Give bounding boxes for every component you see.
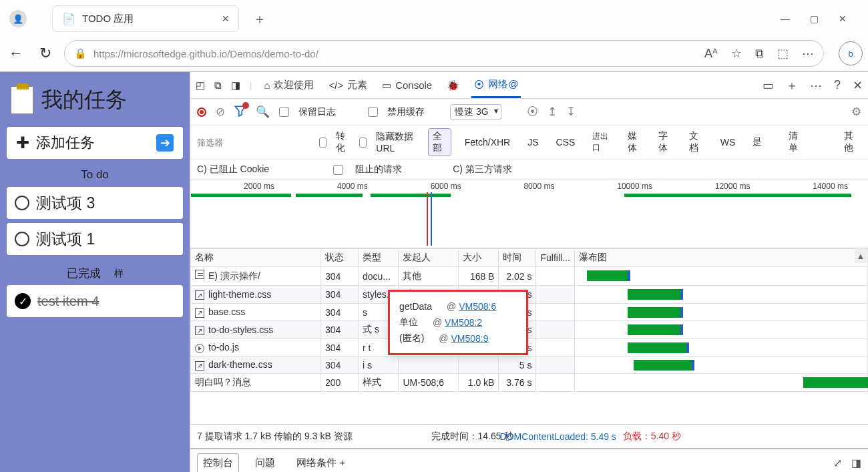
filter-ws[interactable]: WS	[716, 136, 740, 149]
col-initiator[interactable]: 发起人	[399, 249, 459, 267]
submit-task-button[interactable]: ➔	[156, 134, 174, 152]
import-har-icon[interactable]: ↥	[548, 105, 557, 119]
help-icon[interactable]: ?	[834, 78, 841, 92]
more-icon[interactable]: ⋯	[802, 46, 814, 61]
dock-side-icon[interactable]: ◨	[231, 79, 240, 91]
add-task-input[interactable]: ✚ 添加任务 ➔	[7, 127, 183, 159]
bing-chat-icon[interactable]: b	[839, 41, 863, 65]
drawer-tab-network-conditions[interactable]: 网络条件 +	[291, 454, 351, 472]
inspect-element-icon[interactable]: ◰	[196, 79, 205, 91]
table-row[interactable]: ↗base.css304s5 s	[191, 304, 868, 321]
filter-all[interactable]: 全部	[428, 128, 451, 156]
col-size[interactable]: 大小	[459, 249, 499, 267]
col-time[interactable]: 时间	[499, 249, 536, 267]
checkbox-empty-icon[interactable]	[15, 196, 29, 210]
col-status[interactable]: 状态	[321, 249, 359, 267]
back-button-icon[interactable]: ←	[5, 43, 27, 64]
close-window-icon[interactable]: ✕	[839, 13, 847, 24]
filter-font[interactable]: 字体	[654, 129, 676, 156]
done-section-text: 已完成	[67, 266, 101, 281]
tab-bug-icon[interactable]: 🐞	[444, 72, 462, 98]
table-row[interactable]: ↗light-theme.css304styles...(索引)120 B2.0…	[191, 286, 868, 304]
tab-console[interactable]: ▭Console	[379, 72, 435, 98]
tab-welcome[interactable]: ⌂欢迎使用	[261, 72, 316, 98]
col-fulfill[interactable]: Fulfill...	[536, 249, 575, 267]
read-aloud-icon[interactable]: Aᴬ	[704, 46, 718, 61]
clear-icon[interactable]: ⊘	[216, 105, 225, 119]
minimize-icon[interactable]: —	[781, 13, 790, 24]
task-item[interactable]: 测试项 1	[7, 223, 183, 255]
new-tab-button[interactable]: ＋	[250, 9, 270, 29]
filter-js[interactable]: JS	[523, 136, 542, 149]
stack-link[interactable]: VM508:2	[445, 317, 482, 328]
col-type[interactable]: 类型	[359, 249, 399, 267]
record-icon[interactable]	[197, 107, 206, 117]
col-waterfall[interactable]: 瀑布图	[575, 249, 868, 267]
table-row[interactable]: 明白吗？消息200样式UM-508;61.0 kB3.76 s	[191, 374, 868, 392]
table-row[interactable]: ↗dark-theme.css304i s5 s	[191, 357, 868, 374]
tab-elements[interactable]: </>元素	[326, 72, 370, 98]
hide-data-url-checkbox[interactable]	[359, 138, 367, 148]
todo-section-label: To do	[7, 159, 183, 187]
network-settings-icon[interactable]: ⚙	[851, 105, 861, 119]
tab-close-icon[interactable]: ×	[222, 12, 229, 26]
tab-strip: 👤 📄 TODO 应用 × ＋ — ▢ ✕	[0, 0, 868, 37]
refresh-button-icon[interactable]: ↻	[35, 43, 56, 64]
favorite-icon[interactable]: ☆	[731, 46, 742, 61]
col-name[interactable]: 名称	[191, 249, 321, 267]
task-label: test item 4	[37, 294, 99, 309]
export-har-icon[interactable]: ↧	[566, 105, 576, 119]
filter-import[interactable]: 进出口	[588, 130, 614, 155]
filter-is[interactable]: 是	[748, 135, 766, 150]
completed-task-item[interactable]: ✓ test item 4	[7, 285, 183, 317]
maximize-icon[interactable]: ▢	[810, 13, 819, 24]
console-icon: ▭	[382, 79, 391, 91]
close-devtools-icon[interactable]: ✕	[853, 78, 863, 93]
filter-media[interactable]: 媒体	[624, 129, 645, 156]
task-item[interactable]: 测试项 3	[7, 187, 183, 219]
more-tools-icon[interactable]: ⋯	[810, 78, 822, 93]
table-row[interactable]: ↗to-do-styles.css304式 s5 s	[191, 321, 868, 339]
table-row[interactable]: E) 演示操作/304docu...其他168 B2.02 s	[191, 267, 868, 286]
browser-tab[interactable]: 📄 TODO 应用 ×	[52, 5, 239, 32]
drawer-tab-console[interactable]: 控制台	[197, 453, 239, 472]
scroll-up-icon[interactable]: ▲	[855, 248, 867, 263]
filter-funnel-icon[interactable]	[234, 105, 246, 119]
device-toolbar-icon[interactable]: ⧉	[214, 79, 222, 91]
tick: 2000 ms	[244, 182, 274, 191]
filter-css[interactable]: CSS	[552, 136, 580, 149]
blocked-requests-checkbox[interactable]	[333, 165, 343, 175]
checkbox-empty-icon[interactable]	[15, 232, 29, 246]
stack-link[interactable]: VM508:9	[451, 333, 488, 344]
profile-avatar-icon[interactable]: 👤	[9, 10, 27, 27]
drawer-tab-issues[interactable]: 问题	[250, 454, 280, 472]
app-title-text: 我的任务	[41, 85, 127, 115]
disable-cache-checkbox[interactable]	[368, 107, 378, 117]
tab-network[interactable]: ⦿网络@	[471, 72, 521, 98]
drawer-dock-icon[interactable]: ◨	[851, 457, 861, 469]
extensions-icon[interactable]: ⬚	[777, 46, 789, 61]
search-icon[interactable]: 🔍	[256, 105, 270, 119]
drawer-expand-icon[interactable]: ⤢	[833, 457, 842, 469]
invert-checkbox[interactable]	[319, 138, 327, 148]
network-blocked-row: C) 已阻止 Cookie 阻止的请求 C) 第三方请求	[190, 160, 868, 180]
filter-doc[interactable]: 文档	[685, 129, 706, 156]
network-overview-timeline[interactable]: 2000 ms 4000 ms 6000 ms 8000 ms 10000 ms…	[190, 180, 868, 248]
network-conditions-icon[interactable]: ⦿	[527, 105, 538, 119]
table-row[interactable]: to-do.js304r t0 s	[191, 339, 868, 357]
preserve-log-checkbox[interactable]	[279, 107, 289, 117]
network-requests-table[interactable]: ▲ 名称 状态 类型 发起人 大小 时间 Fulfill... 瀑布图 E) 演…	[190, 248, 868, 424]
filter-fetch[interactable]: Fetch/XHR	[461, 136, 514, 149]
filter-manifest[interactable]: 清单	[785, 129, 806, 156]
filter-other[interactable]: 其他	[840, 129, 861, 156]
stack-link[interactable]: VM508:6	[459, 301, 496, 312]
filter-input[interactable]	[197, 138, 310, 148]
checkbox-checked-icon[interactable]: ✓	[15, 293, 31, 309]
throttling-select[interactable]: 慢速 3G	[450, 104, 501, 120]
invert-label: 转化	[336, 130, 349, 154]
plus-icon: ✚	[16, 134, 29, 152]
add-tab-icon[interactable]: ＋	[786, 77, 798, 93]
activity-bar-icon[interactable]: ▭	[763, 78, 774, 93]
address-bar[interactable]: 🔒 https://microsoftedge.github.io/Demos/…	[64, 40, 824, 67]
collections-icon[interactable]: ⧉	[755, 47, 764, 61]
